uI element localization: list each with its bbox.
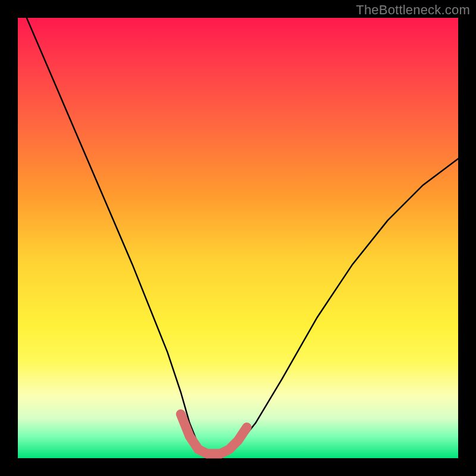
watermark-text: TheBottleneck.com	[356, 2, 470, 18]
bottleneck-curve	[27, 18, 458, 454]
chart-frame: TheBottleneck.com	[0, 0, 476, 476]
chart-overlay	[18, 18, 458, 458]
